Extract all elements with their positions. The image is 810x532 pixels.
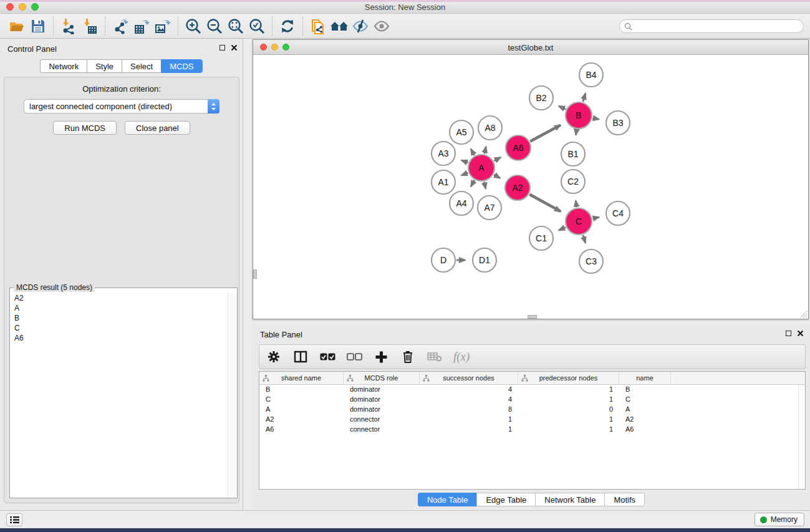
edge-C-C2[interactable] [576, 201, 576, 208]
task-list-icon [10, 516, 19, 524]
column-header-mcds-role[interactable]: MCDS role [344, 372, 420, 384]
node-label-A1: A1 [438, 177, 448, 187]
table-header-row: shared nameMCDS rolesuccessor nodesprede… [259, 372, 805, 385]
control-panel: Control Panel NetworkStyleSelectMCDS Opt… [0, 39, 243, 510]
mcds-result-item[interactable]: B [11, 313, 228, 323]
edge-A-A2[interactable] [494, 175, 500, 178]
table-row[interactable]: Cdominator41C [259, 395, 805, 405]
task-history-button[interactable] [6, 513, 22, 526]
mcds-result-item[interactable]: A2 [11, 293, 228, 303]
create-column-button[interactable] [373, 349, 389, 365]
edge-A-A6[interactable] [494, 157, 501, 161]
edge-B-B1[interactable] [576, 130, 576, 135]
edge-B-B4[interactable] [583, 94, 586, 102]
network-graph[interactable]: B4B2BB3A8A5A6A3B1AA1C2A2A4A7C4CC1C3DD1 [253, 55, 808, 319]
import-table-button[interactable] [79, 16, 100, 36]
tab-network-table[interactable]: Network Table [535, 493, 604, 506]
column-header-name[interactable]: name [619, 372, 671, 384]
mcds-result-list: A2ABCA6 [11, 293, 228, 497]
resize-grip-icon[interactable] [799, 309, 808, 318]
float-panel-icon[interactable] [219, 45, 225, 51]
table-panel-header: Table Panel [253, 324, 810, 342]
memory-button[interactable]: Memory [755, 513, 804, 526]
close-panel-icon[interactable] [231, 44, 238, 51]
cell-mcds-role: dominator [344, 385, 420, 395]
import-network-icon [60, 18, 77, 34]
table-row[interactable]: A2connector11A2 [259, 415, 805, 425]
tab-node-table[interactable]: Node Table [418, 493, 477, 506]
edge-A-A7[interactable] [485, 182, 486, 189]
table-settings-button[interactable] [266, 349, 282, 365]
unselect-all-columns-button[interactable] [346, 349, 362, 365]
export-network-icon [112, 18, 129, 35]
open-file-button[interactable] [6, 16, 27, 36]
cell-name: B [619, 385, 671, 395]
edge-B-B3[interactable] [593, 118, 599, 119]
edge-C-C4[interactable] [593, 217, 599, 218]
mcds-result-title: MCDS result (5 nodes) [14, 283, 95, 292]
network-canvas[interactable]: B4B2BB3A8A5A6A3B1AA1C2A2A4A7C4CC1C3DD1 [253, 55, 808, 319]
zoom-out-button[interactable] [204, 16, 225, 36]
hide-graphics-details-button[interactable] [350, 16, 371, 36]
close-panel-button[interactable]: Close panel [125, 121, 190, 135]
edge-C-C3[interactable] [583, 235, 586, 243]
export-network-button[interactable] [110, 16, 131, 36]
zoom-in-button[interactable] [183, 16, 204, 36]
export-image-button[interactable] [152, 16, 173, 36]
float-table-panel-icon[interactable] [786, 331, 791, 336]
cell-successor-nodes: 1 [420, 425, 518, 435]
tab-mcds[interactable]: MCDS [161, 59, 202, 73]
save-session-button[interactable] [27, 16, 49, 36]
tab-style[interactable]: Style [87, 59, 122, 73]
tab-edge-table[interactable]: Edge Table [476, 493, 535, 506]
refresh-button[interactable] [277, 16, 298, 36]
home-button[interactable] [329, 16, 350, 36]
horizontal-scroll-thumb[interactable] [528, 315, 537, 319]
tab-select[interactable]: Select [122, 59, 161, 73]
cell-successor-nodes: 8 [420, 405, 518, 415]
edge-A-A1[interactable] [461, 173, 468, 175]
column-header-predecessor-nodes[interactable]: predecessor nodes [518, 372, 619, 384]
column-header-shared-name[interactable]: shared name [259, 372, 344, 384]
edge-A6-B[interactable] [530, 125, 561, 142]
edge-A2-C[interactable] [529, 195, 561, 211]
edge-C-C1[interactable] [559, 227, 566, 230]
edge-A-A3[interactable] [461, 160, 468, 163]
edge-A-A5[interactable] [471, 149, 475, 155]
table-row[interactable]: A6connector11A6 [259, 425, 805, 435]
cell-successor-nodes: 4 [420, 385, 518, 395]
zoom-selected-button[interactable] [246, 16, 268, 36]
export-table-button[interactable] [131, 16, 152, 36]
delete-column-button[interactable] [400, 349, 416, 365]
memory-status-icon [760, 516, 767, 523]
tab-motifs[interactable]: Motifs [604, 493, 645, 506]
tab-network[interactable]: Network [40, 59, 87, 73]
table-row[interactable]: Bdominator41B [259, 385, 805, 395]
new-network-from-file-button[interactable] [307, 16, 329, 36]
delete-table-icon [427, 352, 442, 362]
mcds-result-item[interactable]: A6 [11, 333, 228, 343]
table-scrollbar[interactable] [798, 385, 805, 489]
edge-B-B2[interactable] [559, 106, 566, 109]
run-mcds-button[interactable]: Run MCDS [53, 121, 117, 135]
show-columns-button[interactable] [292, 349, 309, 365]
zoom-fit-button[interactable] [225, 16, 246, 36]
criterion-dropdown[interactable]: largest connected component (directed) [24, 99, 219, 114]
table-row[interactable]: Adominator80A [259, 405, 805, 415]
select-all-columns-button[interactable] [319, 349, 335, 365]
search-field[interactable] [619, 19, 804, 33]
network-window-titlebar[interactable]: testGlobe.txt [253, 40, 808, 55]
edge-A-A4[interactable] [471, 180, 475, 186]
control-panel-header: Control Panel [0, 39, 243, 56]
show-graphics-details-button[interactable] [371, 16, 392, 36]
mcds-result-item[interactable]: A [11, 303, 228, 313]
close-table-panel-icon[interactable] [797, 330, 804, 337]
node-table: shared nameMCDS rolesuccessor nodesprede… [259, 371, 806, 490]
import-network-button[interactable] [58, 16, 79, 36]
edge-A-A8[interactable] [485, 147, 486, 153]
vertical-scroll-thumb[interactable] [253, 269, 257, 279]
search-input[interactable] [635, 21, 803, 32]
mcds-result-item[interactable]: C [11, 323, 228, 333]
result-scrollbar[interactable] [228, 293, 236, 497]
column-header-successor-nodes[interactable]: successor nodes [420, 372, 518, 384]
